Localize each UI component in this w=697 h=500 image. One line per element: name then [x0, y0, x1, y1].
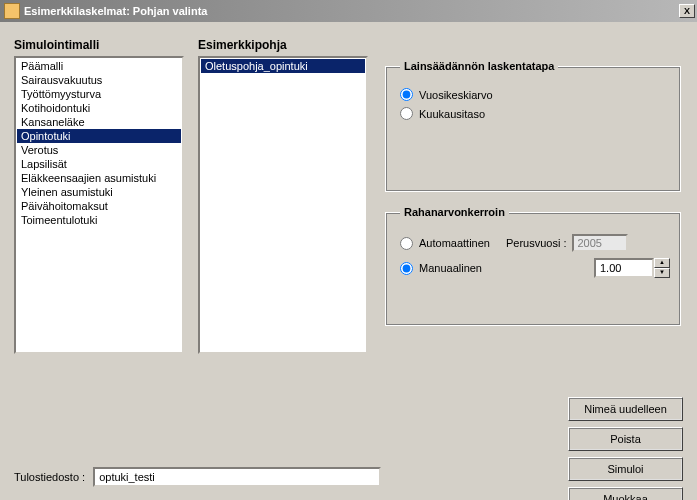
label-kuukausitaso: Kuukausitaso [419, 108, 485, 120]
laskentatapa-group: Lainsäädännön laskentatapa Vuosikeskiarv… [385, 60, 681, 192]
perusvuosi-label: Perusvuosi : [506, 237, 567, 249]
edit-button[interactable]: Muokkaa [568, 487, 683, 500]
radio-manuaalinen[interactable] [400, 262, 413, 275]
label-automaattinen: Automaattinen [419, 237, 490, 249]
list-item[interactable]: Oletuspohja_opintuki [201, 59, 365, 73]
esimerkki-label: Esimerkkipohja [198, 38, 368, 52]
list-item[interactable]: Kotihoidontuki [17, 101, 181, 115]
list-item[interactable]: Yleinen asumistuki [17, 185, 181, 199]
label-manuaalinen: Manuaalinen [419, 262, 482, 274]
radio-vuosikeskiarvo[interactable] [400, 88, 413, 101]
list-item[interactable]: Päivähoitomaksut [17, 199, 181, 213]
simulointi-listbox[interactable]: PäämalliSairausvakuutusTyöttömyysturvaKo… [14, 56, 184, 354]
laskentatapa-legend: Lainsäädännön laskentatapa [400, 60, 558, 72]
kerroin-input[interactable] [594, 258, 654, 278]
delete-button[interactable]: Poista [568, 427, 683, 451]
label-vuosikeskiarvo: Vuosikeskiarvo [419, 89, 493, 101]
settings-column: Lainsäädännön laskentatapa Vuosikeskiarv… [385, 60, 681, 340]
rahakerroin-legend: Rahanarvonkerroin [400, 206, 509, 218]
list-item[interactable]: Lapsilisät [17, 157, 181, 171]
output-filename-input[interactable] [93, 467, 381, 487]
radio-kuukausitaso[interactable] [400, 107, 413, 120]
close-button[interactable]: X [679, 4, 695, 18]
client-area: Simulointimalli PäämalliSairausvakuutusT… [0, 22, 697, 500]
spin-down-icon[interactable]: ▼ [654, 268, 670, 278]
list-item[interactable]: Toimeentulotuki [17, 213, 181, 227]
spin-up-icon[interactable]: ▲ [654, 258, 670, 268]
rahakerroin-group: Rahanarvonkerroin Automaattinen Perusvuo… [385, 206, 681, 326]
list-item[interactable]: Kansaneläke [17, 115, 181, 129]
list-item[interactable]: Opintotuki [17, 129, 181, 143]
titlebar: Esimerkkilaskelmat: Pohjan valinta X [0, 0, 697, 22]
output-label: Tulostiedosto : [14, 471, 85, 483]
esimerkki-column: Esimerkkipohja Oletuspohja_opintuki [198, 38, 368, 354]
simulointi-label: Simulointimalli [14, 38, 184, 52]
action-buttons: Nimeä uudelleen Poista Simuloi Muokkaa [568, 397, 683, 500]
app-icon [4, 3, 20, 19]
simulate-button[interactable]: Simuloi [568, 457, 683, 481]
output-row: Tulostiedosto : [14, 467, 381, 487]
list-item[interactable]: Sairausvakuutus [17, 73, 181, 87]
simulointi-column: Simulointimalli PäämalliSairausvakuutusT… [14, 38, 184, 354]
window-title: Esimerkkilaskelmat: Pohjan valinta [24, 5, 679, 17]
rename-button[interactable]: Nimeä uudelleen [568, 397, 683, 421]
list-item[interactable]: Eläkkeensaajien asumistuki [17, 171, 181, 185]
list-item[interactable]: Työttömyysturva [17, 87, 181, 101]
radio-automaattinen[interactable] [400, 237, 413, 250]
list-item[interactable]: Verotus [17, 143, 181, 157]
perusvuosi-input [572, 234, 628, 252]
esimerkki-listbox[interactable]: Oletuspohja_opintuki [198, 56, 368, 354]
list-item[interactable]: Päämalli [17, 59, 181, 73]
